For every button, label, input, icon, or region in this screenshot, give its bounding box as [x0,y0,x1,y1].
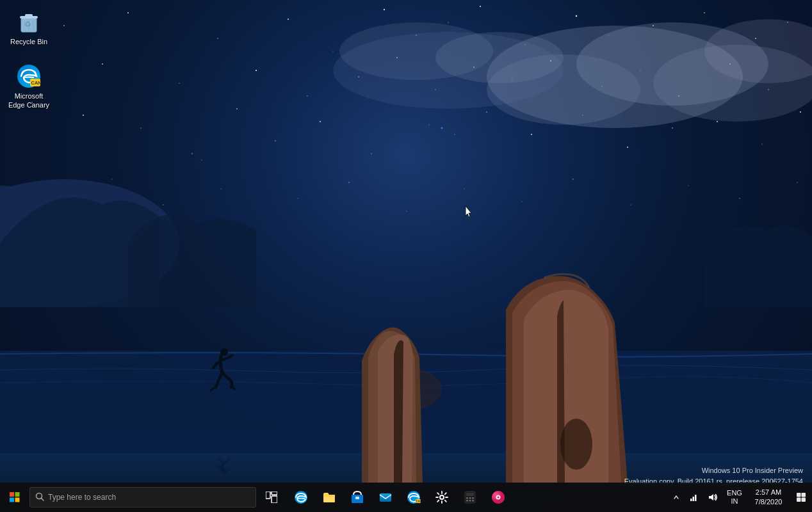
svg-rect-112 [466,497,468,499]
svg-rect-124 [693,497,695,501]
windows-logo-icon [10,492,20,502]
mail-icon [378,490,393,504]
figure-reflection [208,451,240,474]
task-view-icon [264,490,279,504]
recycle-bin-icon[interactable]: ♻ Recycle Bin [5,6,53,49]
volume-tray-button[interactable] [703,483,722,512]
edge-canary-image: CAN [16,63,42,89]
svg-rect-114 [472,497,474,499]
notification-center-button[interactable] [790,483,812,512]
svg-rect-126 [797,493,801,497]
svg-rect-115 [466,500,468,502]
svg-rect-116 [469,500,471,502]
edge-canary-taskbar-button[interactable]: CAN [400,483,428,512]
edge-canary-icon[interactable]: CAN Microsoft Edge Canary [5,61,53,113]
desktop: Windows 10 Pro Insider Preview Evaluatio… [0,0,812,512]
svg-rect-117 [472,500,474,502]
recycle-bin-image: ♻ [16,9,42,35]
svg-rect-84 [25,14,33,17]
language-code: ENG [727,489,742,497]
settings-button[interactable] [428,483,456,512]
svg-rect-127 [802,493,806,497]
svg-rect-113 [469,497,471,499]
tray-overflow-button[interactable] [669,483,684,512]
clock-date: 7/8/2020 [755,497,783,507]
svg-point-109 [440,495,444,499]
svg-rect-93 [15,492,20,497]
mail-button[interactable] [371,483,400,512]
svg-line-97 [42,498,44,500]
svg-rect-94 [10,498,14,502]
file-explorer-button[interactable] [315,483,343,512]
svg-rect-129 [802,498,806,502]
clock-button[interactable]: 2:57 AM 7/8/2020 [747,483,790,512]
edge-canary-label: Microsoft Edge Canary [8,92,50,110]
network-icon [688,492,699,502]
chevron-up-icon [673,494,679,500]
file-explorer-icon [322,490,336,504]
svg-rect-95 [15,498,20,502]
edge-taskbar-icon [294,490,308,504]
store-button[interactable] [343,483,371,512]
calculator-button[interactable] [456,483,484,512]
svg-rect-92 [10,492,14,497]
svg-text:CAN: CAN [416,500,421,503]
edge-taskbar-button[interactable] [287,483,315,512]
edge-canary-taskbar-icon: CAN [407,490,421,504]
svg-rect-123 [690,499,692,501]
svg-point-78 [560,419,592,470]
svg-rect-100 [272,496,277,503]
store-icon [350,490,364,504]
notification-icon [796,492,806,502]
running-figure [208,346,240,403]
svg-text:♻: ♻ [24,20,31,29]
start-button[interactable] [0,483,29,512]
calculator-icon [463,490,477,504]
language-region: IN [731,497,738,506]
svg-rect-102 [323,495,335,497]
search-placeholder-text: Type here to search [48,493,116,502]
svg-rect-104 [355,497,359,499]
svg-text:♪: ♪ [496,493,499,500]
svg-rect-111 [466,493,474,496]
groove-music-icon: ♪ [491,490,505,504]
svg-text:CAN: CAN [31,80,42,86]
svg-rect-105 [380,493,391,502]
clock-time: 2:57 AM [756,488,781,497]
network-tray-button[interactable] [684,483,703,512]
rocks [0,259,812,483]
svg-rect-99 [272,492,277,495]
system-tray: ENG IN 2:57 AM 7/8/2020 [669,483,812,512]
task-view-button[interactable] [257,483,286,512]
groove-music-button[interactable]: ♪ [484,483,512,512]
svg-rect-98 [266,492,270,499]
recycle-bin-label: Recycle Bin [10,37,47,46]
language-indicator[interactable]: ENG IN [722,483,747,512]
taskbar: Type here to search [0,483,812,512]
clouds [0,0,812,282]
settings-icon [435,490,449,504]
svg-point-74 [435,32,564,83]
volume-icon [708,492,718,502]
svg-rect-128 [797,498,801,502]
search-icon [35,492,44,503]
svg-rect-125 [695,495,697,501]
search-bar[interactable]: Type here to search [29,487,256,508]
